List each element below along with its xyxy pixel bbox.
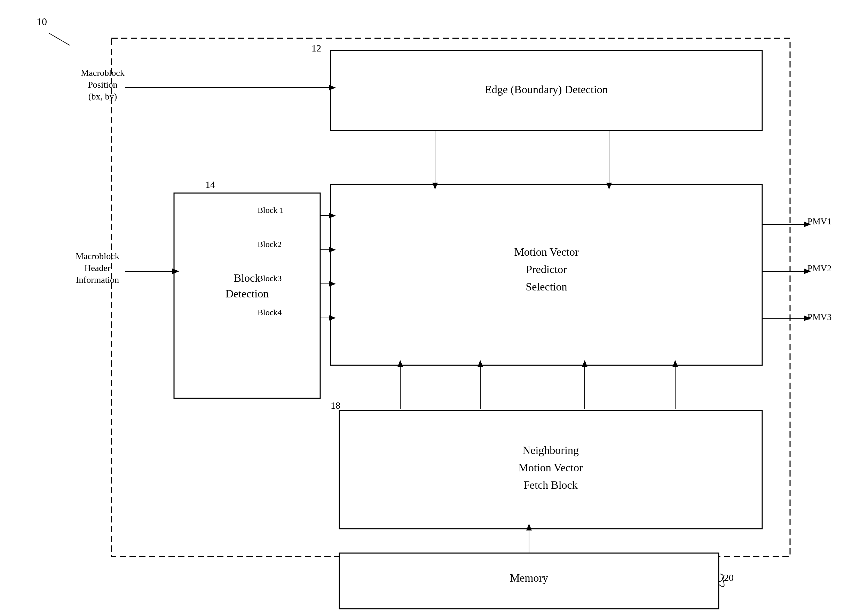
block2-label: Block2 bbox=[258, 240, 282, 249]
block3-label: Block3 bbox=[258, 274, 282, 283]
ref-18: 18 bbox=[331, 400, 340, 411]
ref-12: 12 bbox=[311, 43, 321, 53]
neighbor-label2: Motion Vector bbox=[518, 461, 583, 474]
mb-position-label1: Macroblock bbox=[81, 68, 125, 78]
ref-10: 10 bbox=[36, 16, 47, 27]
mb-header-label1: Macroblock bbox=[75, 251, 119, 261]
edge-detection-label: Edge (Boundary) Detection bbox=[485, 83, 608, 96]
ref-20: 20 bbox=[724, 572, 733, 583]
mb-header-label2: Header bbox=[84, 263, 110, 273]
mvp-label1: Motion Vector bbox=[514, 245, 579, 258]
pmv1-label: PMV1 bbox=[807, 216, 832, 226]
mvp-label2: Predictor bbox=[526, 263, 567, 275]
ref-14: 14 bbox=[205, 179, 215, 190]
mb-header-label3: Information bbox=[76, 275, 119, 285]
block1-label: Block 1 bbox=[258, 206, 284, 215]
memory-label: Memory bbox=[510, 571, 548, 584]
pmv3-label: PMV3 bbox=[807, 312, 832, 322]
pmv2-label: PMV2 bbox=[807, 263, 832, 273]
neighbor-label3: Fetch Block bbox=[524, 479, 578, 491]
mvp-label3: Selection bbox=[525, 280, 567, 293]
mb-position-label3: (bx, by) bbox=[88, 92, 117, 101]
diagram: 10 12 Edge (Boundary) Detection 14 Block… bbox=[0, 0, 868, 615]
mb-position-label2: Position bbox=[88, 80, 117, 90]
block4-label: Block4 bbox=[258, 308, 282, 317]
block-detection-label1: Block bbox=[234, 272, 260, 284]
block-detection-label2: Detection bbox=[225, 287, 269, 300]
neighbor-label1: Neighboring bbox=[522, 444, 579, 456]
